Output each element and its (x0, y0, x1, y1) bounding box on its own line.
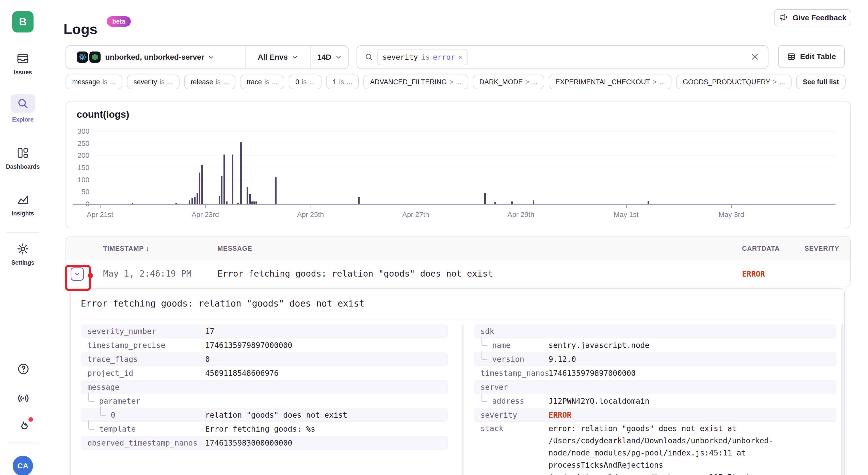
chip-operator: is (265, 78, 270, 86)
y-axis-tick-label: 250 (66, 140, 89, 148)
sidebar-divider (7, 443, 39, 443)
filter-chip[interactable]: DARK_MODE>... (473, 75, 544, 89)
filter-chip[interactable]: 0is... (289, 75, 321, 89)
x-axis-tick (626, 205, 627, 208)
filter-chip[interactable]: messageis... (65, 75, 122, 89)
attribute-value: 17 (205, 327, 214, 336)
severity-cell: ERROR (742, 269, 765, 278)
attribute-key: server (480, 383, 508, 392)
chart-bar (176, 203, 177, 204)
environment-selector[interactable]: All Envs (246, 46, 310, 69)
token-operator: is (421, 53, 430, 61)
sidebar-item-explore[interactable]: Explore (0, 94, 46, 123)
sidebar-item-issues[interactable]: Issues (0, 52, 46, 76)
attribute-value: 9.12.0 (549, 355, 576, 364)
see-full-list-button[interactable]: See full list (796, 75, 846, 89)
filter-chip[interactable]: severityis... (127, 75, 180, 89)
clear-search-icon[interactable] (750, 52, 760, 64)
x-axis-tick (521, 205, 521, 208)
inbox-icon (16, 52, 30, 65)
chart-bar (219, 196, 220, 204)
search-input[interactable]: severity is error × (356, 45, 769, 69)
x-axis-tick-label: Apr 27th (385, 211, 446, 219)
chart-bar (202, 165, 203, 204)
chevron-down-icon (335, 54, 342, 61)
chart-bar (247, 187, 248, 204)
org-logo[interactable]: B (12, 11, 33, 32)
attribute-key: template (99, 425, 136, 433)
chip-ellipsis: ... (167, 78, 173, 86)
node-project-icon (89, 52, 100, 63)
scrollbar-track[interactable] (462, 324, 464, 475)
give-feedback-button[interactable]: Give Feedback (774, 9, 851, 26)
x-axis-line (73, 204, 836, 205)
sidebar-item-label: Explore (12, 116, 33, 123)
filter-chip[interactable]: ADVANCED_FILTERING>... (363, 75, 468, 89)
fire-icon[interactable] (17, 420, 30, 433)
chart-bar (189, 200, 190, 204)
remove-token-icon[interactable]: × (458, 53, 462, 61)
search-filter-token[interactable]: severity is error × (377, 49, 467, 65)
attribute-row: timestamp_precise1746135979897000000 (81, 338, 448, 352)
scrollbar-track[interactable] (841, 324, 843, 475)
chart-bar (237, 203, 239, 204)
avatar[interactable]: CA (13, 456, 33, 475)
help-icon[interactable] (17, 362, 30, 376)
attribute-row: severityERROR (474, 408, 837, 422)
filter-chip[interactable]: 1is... (326, 75, 359, 89)
date-range-selector[interactable]: 14D (311, 46, 348, 69)
attribute-key: version (492, 355, 524, 364)
gridline (94, 156, 836, 156)
attribute-key: address (492, 397, 524, 405)
attribute-value: 4509118548606976 (205, 369, 279, 378)
sidebar-item-insights[interactable]: Insights (0, 193, 46, 217)
project-selector[interactable]: unborked, unborked-server (66, 46, 245, 69)
chart-bar (358, 197, 360, 204)
filter-chip[interactable]: traceis... (240, 75, 284, 89)
megaphone-icon (779, 13, 788, 23)
gridline (94, 180, 836, 180)
sidebar-item-label: Issues (14, 69, 32, 76)
beta-badge: beta (107, 16, 131, 27)
sidebar-item-dashboards[interactable]: Dashboards (0, 146, 46, 170)
column-header-message[interactable]: MESSAGE (217, 245, 252, 252)
chip-ellipsis: ... (532, 78, 538, 86)
x-axis-tick-label: Apr 29th (490, 211, 551, 219)
attribute-value: error: relation "goods" does not exist a… (549, 422, 833, 475)
table-row[interactable]: May 1, 2:46:19 PM Error fetching goods: … (66, 260, 850, 286)
sidebar-item-settings[interactable]: Settings (0, 242, 46, 266)
chart-bar (275, 177, 277, 204)
date-range-label: 14D (317, 53, 331, 61)
sidebar: B Issues Explore Dashboa (0, 0, 46, 475)
broadcast-icon[interactable] (17, 392, 30, 405)
column-header-severity[interactable]: SEVERITY (805, 245, 839, 252)
token-value: error (433, 53, 455, 61)
filter-chip[interactable]: releaseis... (184, 75, 236, 89)
chip-operator: is (339, 78, 344, 86)
attribute-value: 1746135979897000000 (205, 341, 292, 350)
column-header-cartdata[interactable]: CARTDATA (742, 245, 780, 252)
edit-table-label: Edit Table (800, 52, 836, 61)
attribute-row: server (474, 380, 837, 394)
chip-ellipsis: ... (110, 78, 116, 86)
attribute-key: project_id (87, 369, 133, 378)
gridline (94, 144, 836, 144)
chip-label: release (191, 78, 213, 86)
x-axis-tick (416, 205, 416, 208)
chart-bar (533, 200, 534, 204)
x-axis-tick-label: Apr 23rd (175, 211, 236, 219)
attribute-key: sdk (480, 327, 494, 336)
column-header-timestamp[interactable]: TIMESTAMP ↓ (103, 245, 149, 252)
filter-chip[interactable]: EXPERIMENTAL_CHECKOUT>... (549, 75, 672, 89)
chart-bar (249, 194, 251, 204)
chip-operator: is (102, 78, 108, 86)
edit-table-button[interactable]: Edit Table (778, 45, 845, 68)
chart-bar (648, 201, 649, 204)
chart-bar (132, 203, 133, 204)
attribute-row: message (81, 380, 448, 394)
tree-connector (88, 393, 94, 402)
dashboards-icon (16, 146, 30, 160)
filter-chip[interactable]: GOODS_PRODUCTQUERY>... (676, 75, 792, 89)
table-header-row: TIMESTAMP ↓ MESSAGE CARTDATA SEVERITY (66, 236, 850, 261)
attribute-key: parameter (99, 397, 141, 405)
